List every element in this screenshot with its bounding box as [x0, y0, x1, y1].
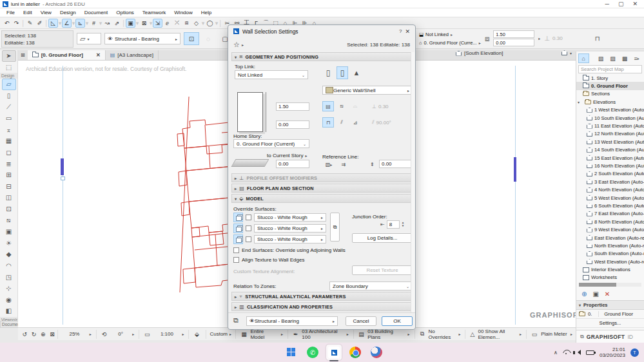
whatsapp-app-button[interactable]: ✆	[305, 345, 320, 360]
select-tool[interactable]: ➤	[2, 50, 16, 62]
suspend-groups-icon[interactable]: ↝	[102, 19, 112, 28]
end-surfaces-checkbox-row[interactable]: End Surfaces: Override using Adjoining W…	[233, 247, 346, 253]
double-slanted-wall-button[interactable]: ⊿	[349, 117, 361, 128]
archicad-app-button[interactable]	[326, 345, 342, 360]
section-profile-offset[interactable]: ▸⊥ PROFILE OFFSET MODIFIERS	[231, 173, 413, 182]
project-map-item[interactable]: Interior Elevations	[576, 265, 644, 273]
paint-app-button[interactable]	[369, 345, 384, 360]
section-geometry[interactable]: ▾ ⧈ GEOMETRY AND POSITIONING	[231, 52, 413, 61]
composite-wall-button[interactable]: ⧅	[336, 101, 347, 111]
notification-badge[interactable]: T	[630, 348, 639, 357]
stair-tool[interactable]: ≣	[2, 158, 16, 169]
slab-tool[interactable]: ▭	[2, 113, 16, 124]
horizontal-scrollbar[interactable]	[579, 283, 641, 287]
project-map-item[interactable]: 10 South Elevation (Auto-r	[576, 114, 644, 122]
composite-select[interactable]: Generic Wall/Shell ▸	[322, 86, 413, 95]
camera-tool[interactable]: ◉	[2, 294, 16, 305]
scrollbar-thumb[interactable]	[579, 283, 616, 287]
end-surfaces-checkbox[interactable]	[233, 247, 239, 253]
pen-set-combo[interactable]: ✒ 03 Architectural 100 ▸	[288, 330, 352, 339]
surface-cube-icon[interactable]	[233, 234, 243, 244]
cancel-button[interactable]: Cancel	[346, 316, 376, 326]
tab-south-elevation[interactable]: [South Elevation]	[451, 50, 507, 56]
search-input[interactable]: Search Project Map	[578, 65, 642, 73]
reference-offset-field[interactable]: 0.00	[379, 160, 411, 168]
elevation-line-east[interactable]	[515, 66, 516, 325]
geometry-method-curved-button[interactable]: ◌	[200, 32, 216, 45]
project-map-item[interactable]: West Elevation (Auto-rebu	[576, 258, 644, 265]
wall-height-field[interactable]: 1.50	[276, 102, 309, 111]
zone-tool[interactable]: ◻	[2, 147, 16, 158]
lock-icon[interactable]: ⊠	[139, 19, 149, 28]
close-icon[interactable]: ✕	[632, 1, 638, 7]
stretch-icon[interactable]: ⧈	[182, 19, 191, 28]
section-tool[interactable]: ◧	[2, 305, 16, 317]
fillet-icon[interactable]: ◇	[191, 19, 201, 28]
morph-tool[interactable]: ◆	[2, 249, 16, 260]
home-story-combo[interactable]: ⌂ 0. Ground Floor (Curre... ▸	[419, 39, 481, 46]
surface-cube-icon[interactable]	[233, 224, 243, 233]
project-map-item[interactable]: 11 East Elevation (Auto-rel	[576, 122, 644, 129]
curtain-wall-tool[interactable]: ⊟	[2, 181, 16, 193]
start-button[interactable]	[284, 345, 299, 360]
basic-wall-button[interactable]: ▤	[322, 101, 334, 111]
surface-override-checkbox[interactable]	[246, 225, 251, 231]
tray-expand-icon[interactable]: ∧	[554, 350, 558, 356]
wall-slanted-button[interactable]: ▲	[351, 66, 362, 79]
project-map-item[interactable]: 14 South Elevation (Auto-r	[576, 146, 644, 154]
project-map-item[interactable]: Sections	[576, 90, 644, 98]
wall-favorite-button[interactable]: ▱ ▾	[77, 33, 101, 44]
chrome-app-button[interactable]	[347, 345, 363, 360]
story-offset-field[interactable]: 0.00	[276, 160, 309, 168]
inject-parameters-icon[interactable]: ✐	[35, 19, 44, 28]
tab-ground-floor[interactable]: [0. Ground Floor] ✕	[28, 50, 106, 60]
skylight-tool[interactable]: ⧅	[2, 214, 16, 226]
properties-header[interactable]: ▾ Properties	[576, 300, 644, 310]
surface-cube-icon[interactable]	[233, 213, 243, 222]
custom-profile-combo[interactable]: Custom ▸	[206, 330, 234, 339]
scale-combo[interactable]: ▭ 1:100 ▸	[139, 330, 187, 339]
close-dialog-icon[interactable]: ✕	[405, 28, 410, 35]
project-map-item[interactable]: 3 East Elevation (Auto-reb	[576, 178, 644, 186]
section-structural[interactable]: ▸⫟ STRUCTURAL ANALYTICAL PARAMETERS	[231, 292, 413, 301]
favorites-star-icon[interactable]: ☆	[233, 41, 240, 49]
project-map-item[interactable]: East Elevation (Auto-rebuil	[576, 234, 644, 242]
dimensions-combo[interactable]: ▭ Plain Meter ▸	[526, 330, 576, 339]
project-map-item[interactable]: 6 South Elevation (Auto-re	[576, 202, 644, 209]
navigate-back-icon[interactable]: ↺	[21, 331, 28, 338]
model-filter-combo[interactable]: ▦ Entire Model ▸	[235, 330, 286, 339]
project-map-item[interactable]: 1. Story	[576, 74, 644, 82]
tab-a3-landscape[interactable]: ▤ [A3 Landscape]	[106, 50, 159, 60]
project-map-tab[interactable]: ⌂	[578, 53, 589, 63]
menu-item[interactable]: Options	[112, 9, 138, 16]
junction-order-field[interactable]: 8	[387, 220, 400, 229]
help-icon[interactable]: ?	[399, 28, 402, 34]
home-story-select[interactable]: 0. Ground Floor (Current) ⌄	[233, 139, 309, 148]
renovation-filter-combo[interactable]: △ 00 Show All Elemen... ▸	[465, 330, 525, 339]
toolbox-design-header[interactable]: Design	[0, 73, 17, 79]
menu-item[interactable]: Help	[197, 9, 215, 16]
guide-lines-icon[interactable]: ◺	[48, 19, 58, 28]
project-map-item[interactable]: South Elevation (Auto-reb	[576, 250, 644, 258]
navigator-menu-icon[interactable]: ≡▸	[631, 53, 642, 63]
project-map-item[interactable]: 2 South Elevation (Auto-re	[576, 170, 644, 178]
project-map-item[interactable]: 8 North Elevation (Auto-re	[576, 218, 644, 225]
snap-points-icon[interactable]: ⊾	[75, 19, 85, 28]
circle-icon[interactable]: ◯	[205, 19, 215, 28]
profile-wall-button[interactable]: ⌓	[349, 101, 361, 111]
orientation-combo[interactable]: ⟲ 0° ▸	[96, 330, 138, 339]
align-texture-checkbox-row[interactable]: Align Texture to Wall Edges	[233, 257, 304, 263]
opening-tool[interactable]: ◳	[2, 271, 16, 283]
battery-icon[interactable]	[586, 350, 594, 355]
top-link-combo[interactable]: ⬓ Not Linked ▸	[419, 30, 481, 38]
lamp-tool[interactable]: ☀	[2, 238, 16, 249]
clock[interactable]: 21:01 03/20/2023	[600, 347, 625, 358]
dialog-title-bar[interactable]: Wall Selection Settings ? ✕	[228, 25, 415, 37]
view-map-tab[interactable]: ▧	[596, 53, 607, 63]
close-tab-icon[interactable]: ✕	[96, 52, 101, 58]
wall-bottom-field[interactable]: 0.00	[493, 39, 534, 46]
menu-item[interactable]: File	[3, 9, 19, 16]
project-map-item[interactable]: Worksheets	[576, 274, 644, 281]
chain-surfaces-button[interactable]: ⧉	[330, 213, 340, 242]
story-name-field[interactable]: Ground Floor	[598, 311, 633, 317]
